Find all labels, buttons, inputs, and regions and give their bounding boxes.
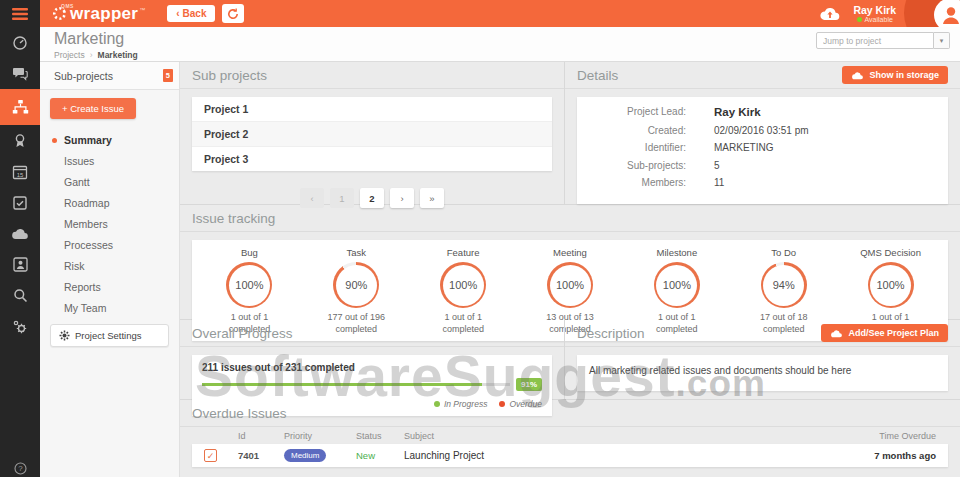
person-icon (939, 3, 960, 27)
issue-id: 7401 (238, 450, 284, 461)
breadcrumb-projects[interactable]: Projects (54, 50, 85, 60)
issue-tracking-title: Issue tracking (192, 211, 275, 226)
details-section: Details Show in storage Project Lead:Ray… (565, 62, 960, 204)
detail-value-subprojects: 5 (714, 160, 720, 171)
list-item-project-1[interactable]: Project 1 (192, 97, 552, 122)
subprojects-toggle[interactable]: Sub-projects 5 (40, 62, 179, 90)
progress-ring: 90% (333, 262, 379, 308)
jump-to-project: ▾ (816, 32, 950, 49)
sidebar-item-gantt[interactable]: Gantt (40, 171, 179, 192)
progress-ring: 100% (226, 262, 272, 308)
sidebar-item-processes[interactable]: Processes (40, 234, 179, 255)
top-bar: QMS wrapper ™ ‹ Back Ray Kirk Available (40, 0, 960, 27)
refresh-button[interactable] (222, 4, 244, 23)
progress-ring: 94% (761, 262, 807, 308)
column-priority: Priority (284, 431, 356, 441)
column-id: Id (238, 431, 284, 441)
show-in-storage-button[interactable]: Show in storage (842, 66, 948, 84)
add-see-project-plan-button[interactable]: Add/See Project Plan (821, 324, 948, 342)
avatar[interactable] (934, 0, 960, 27)
back-chevron-icon: ‹ (176, 8, 179, 19)
user-name: Ray Kirk (853, 5, 896, 16)
table-row[interactable]: ✓ 7401 Medium New Launching Project 7 mo… (192, 444, 948, 467)
icon-rail: 15 ? (0, 0, 40, 477)
sidebar-item-reports[interactable]: Reports (40, 276, 179, 297)
task-check-icon[interactable]: ✓ (204, 449, 217, 462)
description-section: Description Add/See Project Plan All mar… (565, 320, 960, 399)
sidebar-item-risk[interactable]: Risk (40, 255, 179, 276)
details-title: Details (577, 68, 618, 83)
sidebar-item-my-team[interactable]: My Team (40, 297, 179, 318)
project-settings-label: Project Settings (75, 330, 142, 341)
available-dot-icon (857, 17, 862, 22)
cloud-icon (830, 329, 843, 338)
brand-name: wrapper (70, 4, 138, 24)
settings-gears-icon[interactable] (0, 311, 40, 342)
progress-ring: 100% (654, 262, 700, 308)
awards-icon[interactable] (0, 125, 40, 156)
detail-label: Identifier: (591, 142, 686, 153)
user-chip[interactable]: Ray Kirk Available (853, 5, 896, 23)
issue-tracking-section: Issue tracking Bug 100% 1 out of 1comple… (180, 205, 960, 320)
cloud-sync-icon[interactable] (819, 6, 841, 21)
detail-label: Sub-projects: (591, 160, 686, 171)
brand-qualifier: QMS (61, 3, 74, 9)
tasks-icon[interactable] (0, 187, 40, 218)
list-item-project-2[interactable]: Project 2 (192, 122, 552, 147)
breadcrumb: Projects › Marketing (54, 50, 948, 60)
priority-badge: Medium (284, 449, 326, 462)
breadcrumb-current: Marketing (98, 50, 138, 60)
sidebar-item-summary[interactable]: Summary (40, 129, 179, 150)
main-content: Sub projects Project 1 Project 2 Project… (180, 62, 960, 477)
cloud-icon (851, 71, 864, 80)
profile-badge-icon[interactable] (0, 249, 40, 280)
subprojects-label: Sub-projects (54, 70, 113, 82)
progress-ring: 100% (547, 262, 593, 308)
subprojects-card: Project 1 Project 2 Project 3 (192, 97, 552, 171)
list-item-project-3[interactable]: Project 3 (192, 147, 552, 171)
messages-icon[interactable] (0, 58, 40, 89)
detail-value-identifier: MARKETING (714, 142, 773, 153)
calendar-icon[interactable]: 15 (0, 156, 40, 187)
progress-ring: 100% (868, 262, 914, 308)
issue-subject: Launching Project (404, 450, 826, 461)
sidebar-item-issues[interactable]: Issues (40, 150, 179, 171)
overall-progress-section: Overall Progress 211 issues out of 231 c… (180, 320, 565, 399)
sidebar-item-roadmap[interactable]: Roadmap (40, 192, 179, 213)
project-sidebar: Sub-projects 5 + Create Issue Summary Is… (40, 62, 180, 477)
menu-icon[interactable] (0, 0, 40, 27)
detail-value-members: 11 (714, 177, 724, 188)
back-button[interactable]: ‹ Back (167, 5, 215, 22)
chevron-down-icon[interactable]: ▾ (934, 32, 950, 49)
overdue-issues-section: Overdue Issues Id Priority Status Subjec… (180, 400, 960, 477)
user-status: Available (853, 16, 896, 23)
dashboard-gauge-icon[interactable] (0, 27, 40, 58)
search-icon[interactable] (0, 280, 40, 311)
back-label: Back (183, 8, 207, 19)
sidebar-item-members[interactable]: Members (40, 213, 179, 234)
project-settings-button[interactable]: Project Settings (50, 324, 169, 347)
jump-to-project-input[interactable] (816, 32, 934, 49)
breadcrumb-separator: › (90, 50, 93, 60)
projects-sitemap-icon[interactable] (0, 89, 40, 125)
progress-ring: 100% (440, 262, 486, 308)
help-icon[interactable]: ? (0, 462, 40, 475)
description-card: All marketing related issues and documen… (577, 355, 948, 391)
column-subject: Subject (404, 431, 826, 441)
page-title: Marketing (54, 30, 948, 48)
column-status: Status (356, 431, 404, 441)
subprojects-section: Sub projects Project 1 Project 2 Project… (180, 62, 565, 204)
status-label: New (356, 450, 404, 461)
brand-trademark: ™ (139, 7, 145, 13)
detail-label: Project Lead: (591, 106, 686, 118)
sidebar-menu: Summary Issues Gantt Roadmap Members Pro… (40, 125, 179, 318)
column-time-overdue: Time Overdue (826, 431, 936, 441)
progress-percent-badge: 91% (516, 378, 542, 391)
progress-summary: 211 issues out of 231 completed (202, 362, 542, 373)
gear-icon (59, 330, 70, 341)
page-header: Marketing Projects › Marketing ▾ (40, 27, 960, 62)
cloud-icon[interactable] (0, 218, 40, 249)
overdue-table-card: ✓ 7401 Medium New Launching Project 7 mo… (192, 444, 948, 467)
create-issue-button[interactable]: + Create Issue (50, 98, 136, 119)
time-overdue: 7 months ago (826, 450, 936, 461)
